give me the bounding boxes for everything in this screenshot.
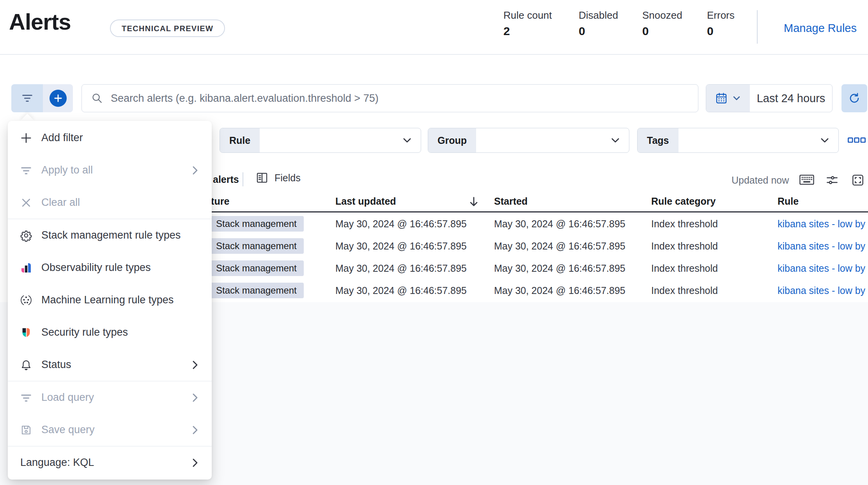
started-cell: May 30, 2024 @ 16:46:57.895: [494, 285, 625, 296]
started-cell: May 30, 2024 @ 16:46:57.895: [494, 218, 625, 229]
chevron-right-icon: [190, 360, 200, 370]
sort-descending-icon[interactable]: [468, 196, 480, 207]
gear-icon: [19, 229, 33, 242]
feature-badge: Stack management: [209, 238, 304, 254]
column-header-rule[interactable]: Rule: [778, 196, 799, 207]
manage-rules-link[interactable]: Manage Rules: [784, 22, 857, 35]
feature-badge: Stack management: [209, 260, 304, 276]
menu-item-add-filter[interactable]: Add filter: [8, 122, 212, 154]
fields-button-label: Fields: [275, 172, 301, 184]
alerts-count-label: alerts: [213, 174, 239, 185]
rule-filter-label: Rule: [220, 128, 260, 152]
last-updated-cell: May 30, 2024 @ 16:46:57.895: [335, 218, 467, 229]
menu-item-security-rule-types[interactable]: Security rule types: [8, 316, 212, 349]
stat-rule-count: Rule count 2: [503, 9, 552, 38]
column-header-rule-category[interactable]: Rule category: [651, 196, 716, 207]
menu-item-label: Status: [41, 359, 71, 371]
keyboard-shortcuts-button[interactable]: [799, 174, 814, 186]
header-divider: [757, 10, 758, 44]
rule-link[interactable]: kibana sites - low by: [778, 240, 865, 251]
filter-icon: [19, 392, 33, 404]
filter-popover-menu: Add filter Apply to all Clear all Stack …: [8, 121, 212, 480]
tags-filter-select[interactable]: Tags: [637, 128, 839, 153]
menu-item-label: Security rule types: [41, 326, 128, 338]
search-input[interactable]: [111, 92, 689, 104]
tags-filter-value: [678, 128, 820, 152]
last-updated-cell: May 30, 2024 @ 16:46:57.895: [335, 262, 467, 274]
fullscreen-button[interactable]: [852, 174, 864, 186]
observability-icon: [19, 262, 33, 274]
rule-category-cell: Index threshold: [651, 262, 718, 274]
stat-value: 0: [579, 25, 618, 38]
last-updated-cell: May 30, 2024 @ 16:46:57.895: [335, 285, 467, 296]
menu-item-machine-learning-rule-types[interactable]: Machine Learning rule types: [8, 284, 212, 316]
page-title: Alerts: [9, 9, 71, 35]
header-rule: [0, 54, 868, 55]
menu-item-clear-all[interactable]: Clear all: [8, 186, 212, 219]
menu-item-label: Add filter: [41, 132, 83, 144]
rule-category-cell: Index threshold: [651, 218, 718, 229]
menu-item-save-query[interactable]: Save query: [8, 414, 212, 446]
rule-link[interactable]: kibana sites - low by: [778, 218, 865, 229]
group-filter-label: Group: [428, 128, 476, 152]
stat-disabled: Disabled 0: [579, 9, 618, 38]
refresh-button[interactable]: [841, 84, 867, 112]
rule-link[interactable]: kibana sites - low by: [778, 262, 865, 274]
add-filter-plus-icon: [50, 90, 67, 107]
chevron-right-icon: [190, 165, 200, 175]
bell-icon: [19, 359, 33, 371]
menu-item-language-kql[interactable]: Language: KQL: [8, 446, 212, 479]
date-picker: Last 24 hours: [706, 84, 833, 112]
toolbar-divider: [243, 172, 243, 186]
chevron-down-icon: [610, 128, 629, 152]
chevron-right-icon: [190, 458, 200, 468]
rule-link[interactable]: kibana sites - low by: [778, 285, 865, 296]
group-filter-value: [476, 128, 610, 152]
menu-item-load-query[interactable]: Load query: [8, 381, 212, 414]
chevron-right-icon: [190, 393, 200, 403]
column-header-started[interactable]: Started: [494, 196, 528, 207]
menu-item-label: Observability rule types: [41, 262, 151, 274]
started-cell: May 30, 2024 @ 16:46:57.895: [494, 262, 625, 274]
column-header-last-updated[interactable]: Last updated: [335, 196, 396, 207]
time-range-button[interactable]: Last 24 hours: [750, 85, 832, 112]
keyboard-icon: [799, 174, 814, 186]
stat-label: Rule count: [503, 9, 552, 21]
rule-filter-select[interactable]: Rule: [220, 128, 421, 153]
date-picker-quick-menu-button[interactable]: [706, 85, 750, 112]
menu-item-label: Language: KQL: [20, 457, 94, 469]
menu-item-apply-to-all[interactable]: Apply to all: [8, 154, 212, 186]
filter-menu-button[interactable]: [11, 84, 43, 112]
rule-filter-value: [260, 128, 402, 152]
started-cell: May 30, 2024 @ 16:46:57.895: [494, 240, 625, 251]
add-filter-button[interactable]: [43, 84, 73, 112]
fields-button[interactable]: Fields: [256, 172, 301, 184]
menu-item-label: Machine Learning rule types: [41, 294, 174, 306]
stat-value: 0: [707, 25, 735, 38]
stat-errors: Errors 0: [707, 9, 735, 38]
menu-item-observability-rule-types[interactable]: Observability rule types: [8, 251, 212, 284]
chevron-down-icon: [732, 94, 741, 103]
menu-item-stack-management-rule-types[interactable]: Stack management rule types: [8, 219, 212, 251]
filter-icon: [21, 92, 33, 104]
chevron-down-icon: [820, 128, 838, 152]
group-filter-select[interactable]: Group: [428, 128, 629, 153]
stat-snoozed: Snoozed 0: [642, 9, 682, 38]
menu-item-label: Stack management rule types: [41, 229, 181, 241]
last-updated-cell: May 30, 2024 @ 16:46:57.895: [335, 240, 467, 251]
stat-label: Disabled: [579, 9, 618, 21]
grid-settings-button[interactable]: [826, 174, 838, 186]
menu-item-label: Apply to all: [41, 164, 93, 176]
rule-category-cell: Index threshold: [651, 240, 718, 251]
filter-icon: [19, 165, 33, 176]
stat-value: 2: [503, 25, 552, 38]
filter-button-group: [11, 84, 73, 112]
menu-item-label: Load query: [41, 391, 94, 404]
machine-learning-icon: [19, 294, 33, 306]
calendar-icon: [715, 92, 728, 104]
search-icon: [91, 92, 103, 104]
more-filters-button[interactable]: [848, 137, 866, 143]
security-icon: [19, 327, 33, 338]
boxes-horizontal-icon: [848, 137, 866, 143]
menu-item-status[interactable]: Status: [8, 349, 212, 381]
